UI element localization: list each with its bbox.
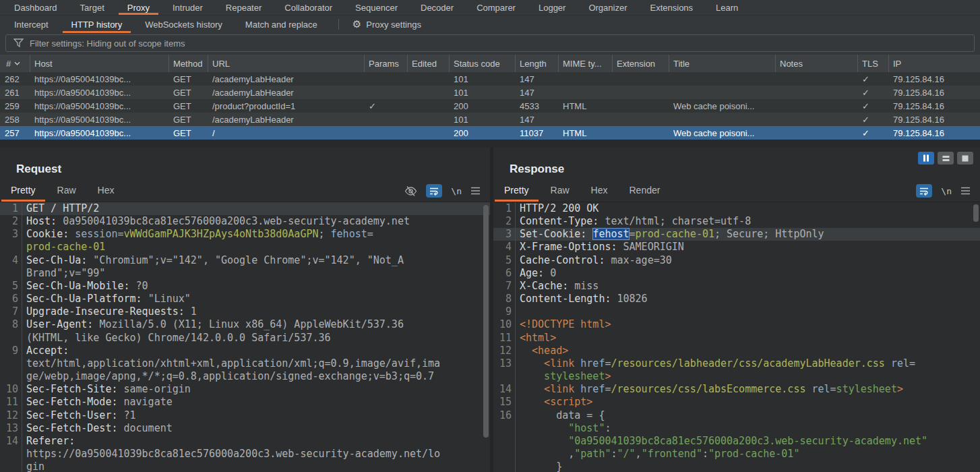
cell-method: GET [169, 72, 208, 86]
menu-tab-sequencer[interactable]: Sequencer [344, 0, 409, 15]
column-header-[interactable]: # [0, 55, 30, 72]
menu-tab-dashboard[interactable]: Dashboard [3, 0, 69, 15]
menu-tab-comparer[interactable]: Comparer [465, 0, 527, 15]
column-header-mime-ty[interactable]: MIME ty... [558, 55, 612, 72]
column-header-length[interactable]: Length [515, 55, 558, 72]
proxy-settings-button[interactable]: ⚙ Proxy settings [348, 16, 425, 33]
table-panel-splitter[interactable] [0, 140, 980, 148]
menu-tab-target[interactable]: Target [69, 0, 116, 15]
column-header-host[interactable]: Host [30, 55, 169, 72]
column-header-method[interactable]: Method [169, 55, 208, 72]
column-header-notes[interactable]: Notes [775, 55, 857, 72]
menu-tab-extensions[interactable]: Extensions [639, 0, 705, 15]
cell-extension [612, 72, 669, 86]
table-row[interactable]: 258https://0a950041039bc...GET/academyLa… [0, 113, 980, 126]
show-newlines-toggle[interactable]: \n [451, 186, 462, 196]
line-content: <head> [516, 345, 568, 357]
response-scrollbar[interactable] [973, 204, 979, 222]
request-tab-raw[interactable]: Raw [47, 179, 87, 202]
line-content [516, 305, 520, 318]
menu-tab-intruder[interactable]: Intruder [161, 0, 214, 15]
subtab-intercept[interactable]: Intercept [3, 16, 60, 33]
show-newlines-toggle[interactable]: \n [941, 186, 952, 196]
horizontal-split-icon [942, 155, 950, 162]
menu-tab-organizer[interactable]: Organizer [577, 0, 638, 15]
line-content: Sec-Ch-Ua-Mobile: ?0 [22, 280, 148, 293]
request-editor[interactable]: 1GET / HTTP/22Host: 0a950041039bc8ca81ec… [0, 202, 490, 472]
cell-title [669, 72, 775, 86]
response-tab-render[interactable]: Render [619, 179, 671, 202]
editor-line: 5Cache-Control: max-age=30 [493, 254, 980, 267]
response-editor[interactable]: 1HTTP/2 200 OK2Content-Type: text/html; … [493, 202, 980, 472]
line-number: 10 [493, 318, 516, 331]
subtab-match-and-replace[interactable]: Match and replace [234, 16, 329, 33]
editor-line: 12Sec-Fetch-User: ?1 [0, 409, 490, 422]
menu-tab-learn[interactable]: Learn [704, 0, 749, 15]
subtab-http-history[interactable]: HTTP history [60, 16, 134, 33]
word-wrap-toggle[interactable] [916, 184, 932, 198]
cell-notes [775, 99, 857, 113]
single-view-button[interactable] [957, 152, 973, 165]
cell-ip: 79.125.84.16 [888, 99, 980, 113]
line-number: 5 [0, 280, 22, 293]
line-number: 2 [493, 215, 516, 228]
horizontal-split-button[interactable] [938, 152, 954, 165]
line-content: "0a950041039bc8ca81ec576000a200c3.web-se… [516, 435, 927, 448]
column-header-params[interactable]: Params [364, 55, 407, 72]
editor-line: 4X-Frame-Options: SAMEORIGIN [493, 241, 980, 254]
editor-menu-button[interactable] [470, 187, 481, 195]
request-scrollbar[interactable] [483, 205, 489, 438]
filter-settings-bar[interactable]: Filter settings: Hiding out of scope ite… [5, 34, 975, 52]
menu-tab-collaborator[interactable]: Collaborator [273, 0, 344, 15]
response-tab-hex[interactable]: Hex [580, 179, 619, 202]
editor-menu-button[interactable] [960, 187, 971, 195]
column-header-ip[interactable]: IP [888, 55, 980, 72]
menu-tab-proxy[interactable]: Proxy [116, 0, 161, 15]
line-content: ,"path":"/","frontend":"prod-cache-01" [516, 448, 799, 461]
cell-id: 261 [0, 86, 30, 99]
column-header-status-code[interactable]: Status code [449, 55, 515, 72]
line-number: 7 [0, 305, 22, 318]
column-header-title[interactable]: Title [669, 55, 775, 72]
hide-button[interactable] [404, 185, 417, 197]
table-row[interactable]: 257https://0a950041039bc...GET/20011037H… [0, 126, 980, 140]
cell-method: GET [169, 126, 208, 140]
vertical-split-button[interactable] [918, 152, 934, 165]
response-lines: 1HTTP/2 200 OK2Content-Type: text/html; … [493, 202, 980, 472]
column-header-tls[interactable]: TLS [857, 55, 888, 72]
column-header-extension[interactable]: Extension [612, 55, 669, 72]
column-header-url[interactable]: URL [208, 55, 364, 72]
line-content: Sec-Ch-Ua: "Chromium";v="142", "Google C… [22, 254, 404, 267]
editor-line: (KHTML, like Gecko) Chrome/142.0.0.0 Saf… [0, 332, 490, 345]
menu-tab-repeater[interactable]: Repeater [214, 0, 273, 15]
menu-tab-logger[interactable]: Logger [527, 0, 577, 15]
response-tab-pretty[interactable]: Pretty [493, 179, 540, 202]
editor-line: 2Content-Type: text/html; charset=utf-8 [493, 215, 980, 228]
editor-line: 5Sec-Ch-Ua-Mobile: ?0 [0, 280, 490, 293]
line-number: 13 [493, 357, 516, 370]
line-number: 14 [493, 383, 516, 396]
table-row[interactable]: 261https://0a950041039bc...GET/academyLa… [0, 86, 980, 99]
table-row[interactable]: 262https://0a950041039bc...GET/academyLa… [0, 72, 980, 86]
line-content: Accept: [22, 345, 69, 357]
line-content: ge/webp,image/apng,*/*;q=0.8,application… [22, 370, 434, 383]
column-header-edited[interactable]: Edited [407, 55, 449, 72]
response-tab-raw[interactable]: Raw [540, 179, 580, 202]
cell-tls: ✓ [857, 126, 888, 140]
line-number: 8 [493, 293, 516, 305]
menu-tab-decoder[interactable]: Decoder [409, 0, 465, 15]
line-content: Set-Cookie: fehost=prod-cache-01; Secure… [516, 228, 824, 241]
cell-params: ✓ [364, 99, 407, 113]
subtab-websockets-history[interactable]: WebSockets history [133, 16, 234, 33]
message-editor-area: Request PrettyRawHex \n [0, 148, 980, 472]
cell-params [364, 86, 407, 99]
table-row[interactable]: 259https://0a950041039bc...GET/product?p… [0, 99, 980, 113]
line-number: 3 [493, 228, 516, 241]
cell-notes [775, 126, 857, 140]
line-number: 4 [0, 254, 22, 267]
request-tab-hex[interactable]: Hex [87, 179, 125, 202]
word-wrap-toggle[interactable] [426, 184, 442, 198]
cell-tls: ✓ [857, 86, 888, 99]
request-tab-pretty[interactable]: Pretty [0, 179, 47, 202]
line-content: text/html,application/xhtml+xml,applicat… [22, 357, 440, 370]
